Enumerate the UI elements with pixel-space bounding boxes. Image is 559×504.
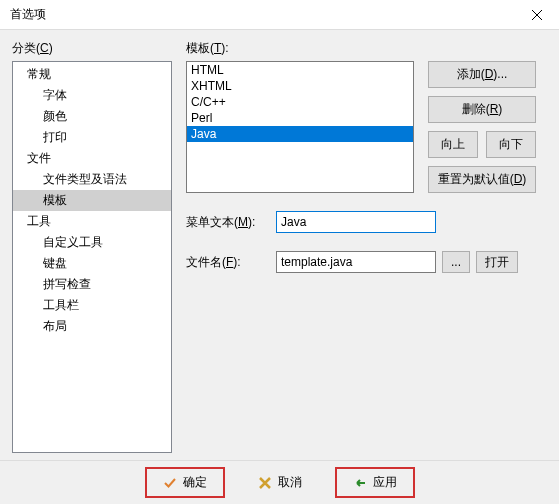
open-button[interactable]: 打开 xyxy=(476,251,518,273)
filename-row: 文件名(F): ... 打开 xyxy=(186,251,547,273)
reset-button[interactable]: 重置为默认值(D) xyxy=(428,166,536,193)
browse-button[interactable]: ... xyxy=(442,251,470,273)
template-listbox[interactable]: HTMLXHTMLC/C++PerlJava xyxy=(186,61,414,193)
delete-button[interactable]: 删除(R) xyxy=(428,96,536,123)
category-label: 分类(C) xyxy=(12,40,172,57)
category-tree[interactable]: 常规字体颜色打印文件文件类型及语法模板工具自定义工具键盘拼写检查工具栏布局 xyxy=(12,61,172,453)
menutext-input[interactable] xyxy=(276,211,436,233)
list-item[interactable]: XHTML xyxy=(187,78,413,94)
tree-item[interactable]: 常规 xyxy=(13,64,171,85)
menutext-row: 菜单文本(M): xyxy=(186,211,547,233)
template-panel: 模板(T): HTMLXHTMLC/C++PerlJava 添加(D)... 删… xyxy=(172,40,547,460)
tree-item[interactable]: 字体 xyxy=(13,85,171,106)
tree-item[interactable]: 布局 xyxy=(13,316,171,337)
ok-button[interactable]: 确定 xyxy=(145,467,225,498)
list-item[interactable]: HTML xyxy=(187,62,413,78)
window-title: 首选项 xyxy=(10,6,514,23)
move-down-button[interactable]: 向下 xyxy=(486,131,536,158)
tree-item[interactable]: 拼写检查 xyxy=(13,274,171,295)
footer: 确定 取消 应用 xyxy=(0,460,559,504)
move-up-button[interactable]: 向上 xyxy=(428,131,478,158)
tree-item[interactable]: 打印 xyxy=(13,127,171,148)
tree-item[interactable]: 工具 xyxy=(13,211,171,232)
tree-item[interactable]: 文件类型及语法 xyxy=(13,169,171,190)
tree-item[interactable]: 模板 xyxy=(13,190,171,211)
x-icon xyxy=(258,476,272,490)
template-buttons: 添加(D)... 删除(R) 向上 向下 重置为默认值(D) xyxy=(428,61,536,193)
tree-item[interactable]: 工具栏 xyxy=(13,295,171,316)
cancel-button[interactable]: 取消 xyxy=(241,468,319,497)
tree-item[interactable]: 颜色 xyxy=(13,106,171,127)
apply-button[interactable]: 应用 xyxy=(335,467,415,498)
menutext-label: 菜单文本(M): xyxy=(186,214,276,231)
template-label: 模板(T): xyxy=(186,40,547,57)
list-item[interactable]: Java xyxy=(187,126,413,142)
tree-item[interactable]: 键盘 xyxy=(13,253,171,274)
close-button[interactable] xyxy=(514,0,559,30)
check-icon xyxy=(163,476,177,490)
tree-item[interactable]: 自定义工具 xyxy=(13,232,171,253)
list-item[interactable]: C/C++ xyxy=(187,94,413,110)
tree-item[interactable]: 文件 xyxy=(13,148,171,169)
titlebar: 首选项 xyxy=(0,0,559,30)
filename-input[interactable] xyxy=(276,251,436,273)
filename-label: 文件名(F): xyxy=(186,254,276,271)
category-panel: 分类(C) 常规字体颜色打印文件文件类型及语法模板工具自定义工具键盘拼写检查工具… xyxy=(12,40,172,460)
list-item[interactable]: Perl xyxy=(187,110,413,126)
arrow-left-icon xyxy=(353,476,367,490)
add-button[interactable]: 添加(D)... xyxy=(428,61,536,88)
content-area: 分类(C) 常规字体颜色打印文件文件类型及语法模板工具自定义工具键盘拼写检查工具… xyxy=(0,30,559,460)
close-icon xyxy=(532,10,542,20)
